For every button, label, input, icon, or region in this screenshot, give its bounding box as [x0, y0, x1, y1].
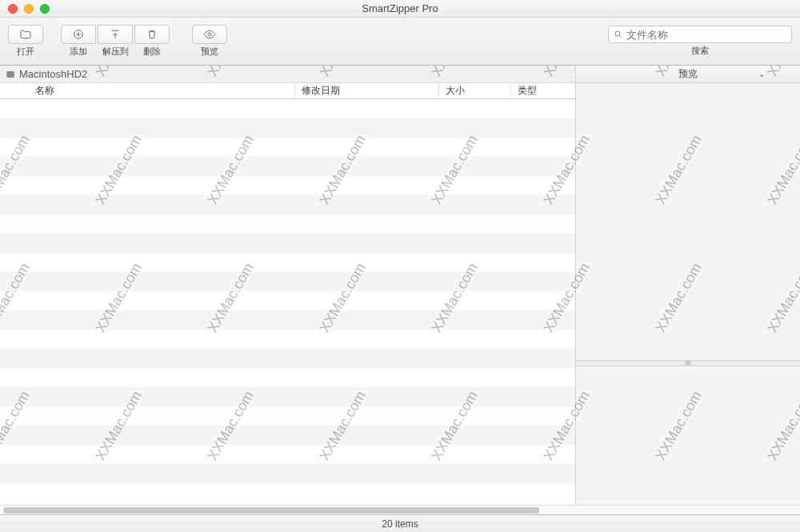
horizontal-scrollbar[interactable]: [0, 505, 800, 514]
disk-icon: [5, 69, 16, 80]
scroll-thumb[interactable]: [3, 507, 539, 514]
svg-rect-3: [6, 70, 14, 77]
window-controls: [8, 4, 50, 14]
svg-point-4: [12, 75, 13, 76]
table-row[interactable]: [0, 195, 575, 214]
extract-label: 解压到: [102, 46, 129, 58]
open-label: 打开: [17, 46, 34, 58]
trash-icon: [146, 28, 158, 41]
file-list[interactable]: [0, 99, 575, 505]
table-row[interactable]: [0, 291, 575, 310]
open-button[interactable]: [8, 25, 43, 44]
table-row[interactable]: [0, 138, 575, 157]
delete-label: 删除: [143, 46, 161, 58]
preview-splitter[interactable]: [576, 360, 800, 366]
preview-title: 预览: [678, 67, 698, 81]
preview-button[interactable]: [192, 25, 227, 44]
plus-circle-icon: [72, 28, 85, 41]
preview-pane: 预览 ⌄: [576, 66, 800, 505]
col-size[interactable]: 大小: [439, 83, 511, 98]
titlebar: SmartZipper Pro: [0, 0, 800, 18]
minimize-icon[interactable]: [24, 4, 34, 14]
table-row[interactable]: [0, 253, 575, 272]
breadcrumb[interactable]: MacintoshHD2: [0, 66, 575, 83]
add-label: 添加: [70, 46, 87, 58]
chevron-down-icon: ⌄: [758, 70, 765, 78]
col-type[interactable]: 类型: [511, 83, 575, 98]
svg-point-1: [208, 33, 211, 36]
close-icon[interactable]: [8, 4, 18, 14]
table-row[interactable]: [0, 445, 575, 464]
main-area: MacintoshHD2 名称 修改日期 大小 类型 预览 ⌄: [0, 66, 800, 505]
table-row[interactable]: [0, 368, 575, 387]
search-input-wrap[interactable]: [608, 26, 792, 43]
preview-label: 预览: [201, 46, 218, 58]
table-row[interactable]: [0, 234, 575, 253]
table-row[interactable]: [0, 330, 575, 349]
search-input[interactable]: [626, 29, 786, 41]
preview-header[interactable]: 预览 ⌄: [576, 66, 800, 83]
column-headers: 名称 修改日期 大小 类型: [0, 83, 575, 99]
table-row[interactable]: [0, 464, 575, 483]
extract-button[interactable]: [98, 25, 133, 44]
maximize-icon[interactable]: [40, 4, 50, 14]
table-row[interactable]: [0, 387, 575, 406]
table-row[interactable]: [0, 214, 575, 234]
splitter-handle-icon: [685, 360, 691, 366]
window-title: SmartZipper Pro: [0, 2, 800, 14]
preview-body-top: [576, 83, 800, 360]
col-name[interactable]: 名称: [0, 83, 295, 98]
table-row[interactable]: [0, 349, 575, 368]
status-text: 20 items: [382, 518, 418, 530]
table-row[interactable]: [0, 176, 575, 195]
table-row[interactable]: [0, 426, 575, 445]
extract-icon: [109, 28, 122, 41]
delete-button[interactable]: [134, 25, 170, 44]
svg-point-2: [615, 31, 620, 36]
preview-body-bottom: [576, 366, 800, 505]
search-label: 搜索: [691, 45, 709, 57]
status-bar: 20 items: [0, 514, 800, 532]
breadcrumb-path: MacintoshHD2: [19, 68, 87, 80]
table-row[interactable]: [0, 157, 575, 176]
table-row[interactable]: [0, 99, 575, 118]
folder-icon: [19, 28, 32, 41]
toolbar: 打开 添加 解压到 删除 预览: [0, 18, 800, 66]
list-pane: MacintoshHD2 名称 修改日期 大小 类型: [0, 66, 576, 505]
table-row[interactable]: [0, 406, 575, 426]
table-row[interactable]: [0, 310, 575, 330]
add-button[interactable]: [61, 25, 96, 44]
search-icon: [614, 30, 623, 39]
table-row[interactable]: [0, 272, 575, 291]
col-date[interactable]: 修改日期: [295, 83, 439, 98]
eye-icon: [203, 28, 216, 41]
table-row[interactable]: [0, 118, 575, 138]
